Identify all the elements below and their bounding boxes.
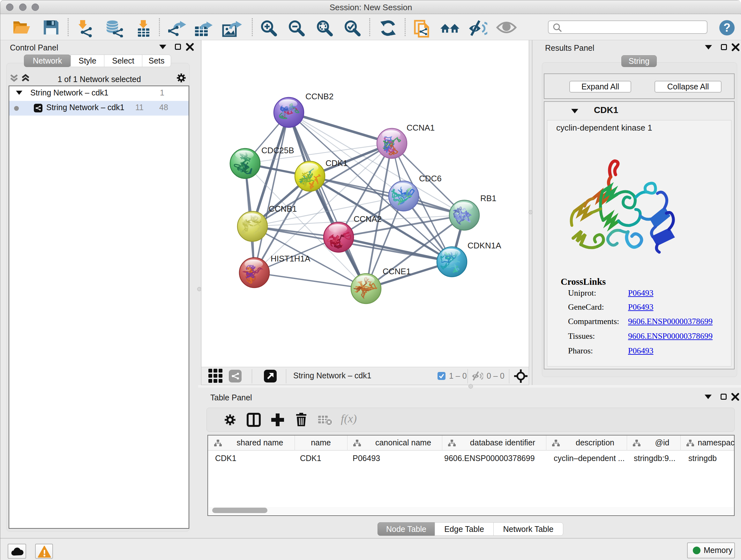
svg-text:CCNE1: CCNE1 bbox=[383, 266, 411, 276]
svg-text:CDK1: CDK1 bbox=[326, 159, 347, 168]
svg-text:?: ? bbox=[724, 21, 731, 34]
svg-text:CDC25B: CDC25B bbox=[261, 145, 294, 155]
svg-text:HIST1H1A: HIST1H1A bbox=[271, 254, 311, 263]
svg-text:CDC6: CDC6 bbox=[419, 174, 442, 183]
svg-text:CDKN1A: CDKN1A bbox=[468, 241, 501, 250]
svg-text:CCNA1: CCNA1 bbox=[407, 123, 434, 132]
svg-text:CCNB2: CCNB2 bbox=[306, 91, 333, 101]
svg-text:CCNA2: CCNA2 bbox=[354, 214, 382, 224]
svg-text:CCNB1: CCNB1 bbox=[269, 204, 297, 213]
svg-text:RB1: RB1 bbox=[480, 193, 496, 203]
